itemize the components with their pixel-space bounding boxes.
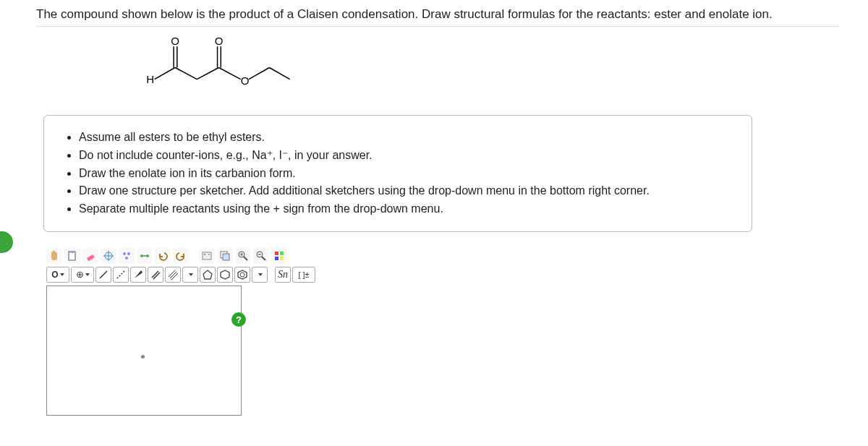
toolbar-bottom: O ⊕ Sn [46, 265, 422, 284]
bond-single-icon[interactable] [95, 267, 111, 283]
bond-triple-icon[interactable] [165, 267, 181, 283]
canvas-cursor-dot [141, 355, 145, 359]
ring-benzene-icon[interactable] [234, 267, 250, 283]
charge-label: [ ]± [298, 270, 309, 279]
erase-icon[interactable] [82, 248, 98, 264]
instruction-item: Separate multiple reactants using the + … [79, 200, 734, 218]
clean2-icon[interactable] [137, 248, 153, 264]
svg-point-49 [240, 273, 244, 277]
svg-point-19 [140, 254, 143, 257]
center-icon[interactable] [101, 248, 116, 264]
product-structure: H O O O [137, 37, 839, 102]
drawing-canvas[interactable] [46, 286, 242, 416]
ring-dropdown[interactable] [252, 267, 268, 283]
instruction-item: Draw the enolate ion in its carbanion fo… [79, 165, 734, 183]
svg-line-9 [269, 68, 289, 80]
svg-marker-40 [135, 270, 142, 278]
instruction-item: Draw one structure per sketcher. Add add… [79, 182, 734, 200]
copy-icon[interactable] [217, 248, 233, 264]
bond-dropdown[interactable] [182, 267, 198, 283]
instructions-panel: Assume all esters to be ethyl esters. Do… [43, 115, 752, 232]
svg-line-45 [171, 273, 178, 280]
svg-rect-11 [70, 251, 74, 253]
svg-line-0 [155, 68, 175, 80]
zoom-out-icon[interactable] [253, 248, 269, 264]
color-icon[interactable] [271, 248, 287, 264]
paste-icon[interactable] [64, 248, 80, 264]
atom-selector[interactable]: O [46, 267, 69, 283]
bond-wedge-icon[interactable] [130, 267, 146, 283]
svg-point-20 [146, 254, 149, 257]
bond-double-icon[interactable] [148, 267, 163, 283]
svg-marker-47 [221, 270, 229, 279]
help-button[interactable]: ? [231, 312, 246, 327]
svg-line-7 [218, 68, 240, 80]
ring-cyclopentane-icon[interactable] [200, 267, 216, 283]
help-icon: ? [236, 314, 242, 325]
svg-line-32 [262, 257, 265, 260]
nav-tab-left[interactable] [0, 231, 13, 253]
ring-cyclohexane-icon[interactable] [217, 267, 233, 283]
svg-line-43 [169, 270, 175, 277]
instruction-item: Assume all esters to be ethyl esters. [79, 129, 734, 147]
label-O1: O [171, 37, 179, 47]
svg-line-44 [170, 272, 176, 278]
undo-icon[interactable] [155, 248, 171, 264]
svg-line-8 [249, 68, 269, 80]
sn-tool[interactable]: Sn [275, 267, 291, 283]
zoom-in-icon[interactable] [235, 248, 251, 264]
svg-line-38 [100, 271, 107, 278]
atom-label: O [51, 270, 58, 280]
svg-rect-12 [87, 254, 95, 261]
bond-dashed-icon[interactable] [113, 267, 129, 283]
svg-rect-34 [275, 252, 278, 255]
cut-icon[interactable] [199, 248, 215, 264]
svg-line-39 [117, 271, 124, 278]
svg-rect-22 [203, 252, 211, 260]
svg-line-28 [244, 257, 247, 260]
svg-rect-26 [223, 254, 229, 260]
clean-icon[interactable] [119, 248, 135, 264]
svg-point-17 [127, 252, 130, 255]
label-O3: O [241, 74, 250, 87]
svg-line-3 [175, 68, 197, 80]
svg-rect-37 [280, 257, 284, 260]
sketcher-widget: O ⊕ Sn [46, 246, 422, 416]
svg-point-18 [125, 257, 128, 260]
label-O2: O [215, 37, 224, 47]
svg-point-23 [204, 254, 205, 255]
charge-tool[interactable]: [ ]± [292, 267, 315, 283]
add-selector[interactable]: ⊕ [71, 267, 94, 283]
svg-marker-46 [203, 270, 212, 279]
redo-icon[interactable] [173, 248, 189, 264]
svg-rect-36 [275, 257, 278, 260]
question-text: The compound shown below is the product … [36, 7, 839, 27]
svg-point-24 [208, 254, 210, 255]
label-H: H [146, 73, 154, 85]
toolbar-top [46, 246, 422, 265]
svg-marker-48 [238, 270, 247, 279]
svg-rect-35 [280, 252, 284, 255]
hand-tool-icon[interactable] [46, 248, 62, 264]
svg-point-16 [123, 252, 126, 255]
instruction-item: Do not include counter-ions, e.g., Na⁺, … [79, 147, 734, 165]
sn-label: Sn [278, 269, 288, 280]
svg-line-4 [197, 68, 218, 80]
